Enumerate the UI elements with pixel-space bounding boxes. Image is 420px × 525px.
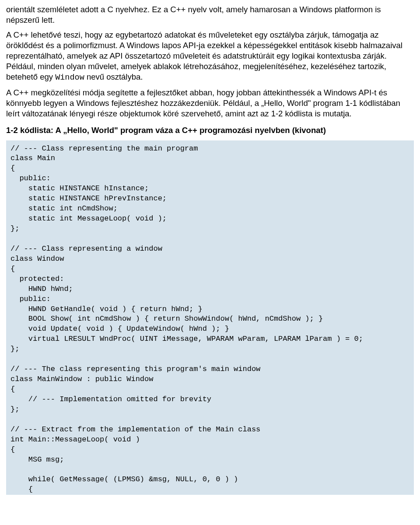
code-listing: // --- Class representing the main progr…	[6, 140, 414, 495]
paragraph-2: A C++ lehetővé teszi, hogy az egybetarto…	[6, 30, 414, 83]
paragraph-2-inline-code: Window	[55, 73, 84, 82]
paragraph-1: orientált szemléletet adott a C nyelvhez…	[6, 4, 414, 25]
paragraph-3: A C++ megközelítési módja segítette a fe…	[6, 88, 414, 119]
paragraph-2-text-b: nevű osztályba.	[84, 72, 143, 81]
code-listing-heading: 1-2 kódlista: A „Hello, World" program v…	[6, 125, 414, 136]
